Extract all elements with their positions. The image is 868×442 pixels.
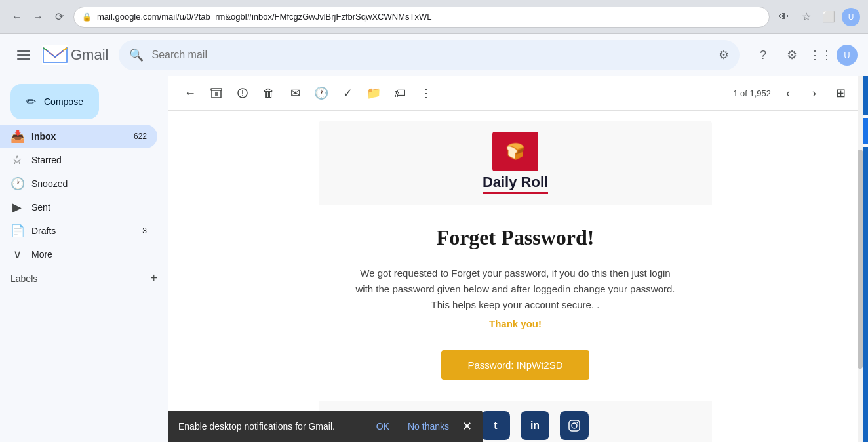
sidebar-item-inbox[interactable]: 📥 Inbox 622 bbox=[0, 125, 157, 148]
prev-email-button[interactable]: ‹ bbox=[776, 81, 800, 105]
linkedin-button[interactable]: in bbox=[521, 411, 549, 440]
compose-pencil-icon: ✏ bbox=[26, 94, 36, 109]
eye-icon-btn[interactable]: 👁 bbox=[775, 8, 793, 26]
svg-rect-2 bbox=[17, 58, 30, 60]
labels-add-button[interactable]: + bbox=[150, 271, 157, 285]
gmail-topbar: Gmail 🔍 ⚙ ? ⚙ ⋮⋮ U bbox=[0, 34, 868, 76]
svg-point-12 bbox=[577, 422, 578, 424]
more-icon: ∨ bbox=[10, 247, 24, 262]
snooze-button[interactable]: 🕐 bbox=[309, 81, 333, 105]
inbox-label: Inbox bbox=[31, 131, 126, 142]
labels-button[interactable]: 🏷 bbox=[388, 81, 412, 105]
logo-text: Daily Roll bbox=[483, 174, 548, 194]
forward-button[interactable]: → bbox=[29, 8, 47, 26]
email-main-content: Forget Password! We got requested to For… bbox=[319, 205, 712, 401]
delete-button[interactable]: 🗑 bbox=[257, 81, 281, 105]
svg-point-7 bbox=[242, 95, 243, 96]
apps-button[interactable]: ⋮⋮ bbox=[808, 42, 834, 68]
mark-unread-button[interactable]: ✉ bbox=[283, 81, 307, 105]
email-title: Forget Password! bbox=[350, 226, 681, 250]
notification-text: Enable desktop notifications for Gmail. bbox=[178, 421, 363, 432]
blue-bar-2 bbox=[863, 118, 868, 144]
split-view-button[interactable]: ⊞ bbox=[829, 81, 852, 105]
search-input[interactable] bbox=[151, 49, 711, 61]
gmail-logo: Gmail bbox=[42, 45, 108, 65]
gmail-main: ✏ Compose 📥 Inbox 622 ☆ Starred 🕐 Snooze… bbox=[0, 76, 868, 442]
sent-icon: ▶ bbox=[10, 200, 24, 214]
blue-bar-1 bbox=[863, 76, 868, 115]
more-label: More bbox=[31, 249, 147, 260]
starred-label: Starred bbox=[31, 155, 147, 165]
svg-rect-0 bbox=[17, 50, 30, 52]
address-bar[interactable]: 🔒 mail.google.com/mail/u/0/?tab=rm&ogbl#… bbox=[73, 7, 770, 28]
email-card: 🍞 Daily Roll Forget Password! We got req… bbox=[319, 121, 712, 442]
search-bar[interactable]: 🔍 ⚙ bbox=[119, 40, 740, 70]
sidebar-item-sent[interactable]: ▶ Sent bbox=[0, 195, 157, 219]
back-button[interactable]: ← bbox=[8, 8, 26, 26]
notification-no-thanks-button[interactable]: No thanks bbox=[403, 418, 454, 434]
sidebar-item-snoozed[interactable]: 🕐 Snoozed bbox=[0, 172, 157, 195]
compose-button[interactable]: ✏ Compose bbox=[10, 84, 99, 119]
svg-point-11 bbox=[572, 423, 577, 428]
svg-rect-10 bbox=[569, 420, 580, 431]
password-button[interactable]: Password: INpWt2SD bbox=[441, 350, 589, 380]
sidebar: ✏ Compose 📥 Inbox 622 ☆ Starred 🕐 Snooze… bbox=[0, 76, 168, 442]
blue-bar-3 bbox=[863, 147, 868, 442]
email-toolbar: ← 🗑 ✉ 🕐 bbox=[168, 76, 863, 111]
topbar-avatar[interactable]: U bbox=[837, 45, 858, 66]
profile-icon-btn[interactable]: ⬜ bbox=[819, 8, 838, 26]
topbar-right: ? ⚙ ⋮⋮ U bbox=[750, 42, 858, 68]
email-content-area: ← 🗑 ✉ 🕐 bbox=[168, 76, 863, 442]
next-email-button[interactable]: › bbox=[802, 81, 826, 105]
spam-button[interactable] bbox=[231, 81, 254, 105]
instagram-button[interactable] bbox=[560, 411, 589, 440]
email-body: 🍞 Daily Roll Forget Password! We got req… bbox=[168, 111, 863, 442]
snoozed-label: Snoozed bbox=[31, 178, 147, 189]
email-body-text: We got requested to Forget your password… bbox=[350, 266, 681, 313]
search-filter-button[interactable]: ⚙ bbox=[719, 48, 729, 62]
daily-roll-logo: 🍞 Daily Roll bbox=[329, 132, 701, 194]
help-button[interactable]: ? bbox=[750, 42, 776, 68]
user-avatar[interactable]: U bbox=[842, 8, 860, 26]
svg-rect-4 bbox=[211, 89, 222, 90]
star-bookmark-btn[interactable]: ☆ bbox=[797, 8, 816, 26]
notification-bar: Enable desktop notifications for Gmail. … bbox=[168, 411, 483, 442]
scrollbar[interactable] bbox=[858, 76, 863, 442]
browser-nav-buttons: ← → ⟳ bbox=[8, 8, 68, 26]
snoozed-icon: 🕐 bbox=[10, 176, 24, 191]
drafts-icon: 📄 bbox=[10, 224, 24, 238]
email-header-section: 🍞 Daily Roll bbox=[319, 121, 712, 205]
drafts-label: Drafts bbox=[31, 226, 134, 236]
sidebar-item-starred[interactable]: ☆ Starred bbox=[0, 148, 157, 172]
task-button[interactable]: ✓ bbox=[336, 81, 359, 105]
reload-button[interactable]: ⟳ bbox=[50, 8, 68, 26]
browser-right-icons: 👁 ☆ ⬜ U bbox=[775, 8, 860, 26]
labels-section: Labels + bbox=[0, 266, 168, 288]
sidebar-item-more[interactable]: ∨ More bbox=[0, 243, 157, 266]
sent-label: Sent bbox=[31, 202, 147, 212]
settings-button[interactable]: ⚙ bbox=[779, 42, 805, 68]
url-text: mail.google.com/mail/u/0/?tab=rm&ogbl#in… bbox=[97, 12, 761, 22]
archive-button[interactable] bbox=[205, 81, 228, 105]
scrollbar-thumb[interactable] bbox=[858, 150, 863, 369]
drafts-badge: 3 bbox=[142, 226, 147, 235]
move-to-button[interactable]: 📁 bbox=[362, 81, 385, 105]
labels-title: Labels bbox=[10, 273, 37, 284]
twitter-button[interactable]: t bbox=[481, 411, 510, 440]
more-button[interactable]: ⋮ bbox=[414, 81, 438, 105]
back-to-inbox-button[interactable]: ← bbox=[178, 81, 202, 105]
browser-chrome: ← → ⟳ 🔒 mail.google.com/mail/u/0/?tab=rm… bbox=[0, 0, 868, 34]
nav-section: 📥 Inbox 622 ☆ Starred 🕐 Snoozed ▶ Sent bbox=[0, 125, 168, 266]
compose-label: Compose bbox=[44, 96, 83, 107]
inbox-icon: 📥 bbox=[10, 129, 24, 144]
menu-button[interactable] bbox=[10, 42, 37, 68]
gmail-app: Gmail 🔍 ⚙ ? ⚙ ⋮⋮ U ✏ Compose 📥 Inbox bbox=[0, 34, 868, 442]
notification-ok-button[interactable]: OK bbox=[371, 418, 395, 434]
notification-close-button[interactable]: ✕ bbox=[462, 419, 472, 433]
inbox-badge: 622 bbox=[134, 132, 147, 141]
pagination-info: 1 of 1,952 bbox=[733, 89, 771, 98]
sidebar-item-drafts[interactable]: 📄 Drafts 3 bbox=[0, 219, 157, 243]
svg-rect-1 bbox=[17, 54, 30, 56]
svg-text:🍞: 🍞 bbox=[505, 142, 525, 161]
search-button[interactable]: 🔍 bbox=[129, 48, 144, 62]
